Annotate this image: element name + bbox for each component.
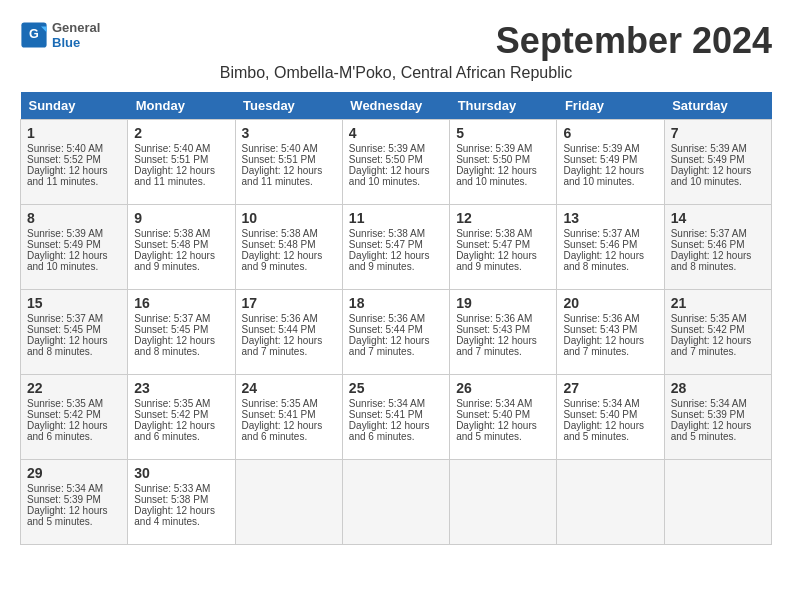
daylight-label: Daylight: 12 hours and 6 minutes. xyxy=(27,420,108,442)
day-number: 23 xyxy=(134,380,228,396)
table-row: 18 Sunrise: 5:36 AM Sunset: 5:44 PM Dayl… xyxy=(342,290,449,375)
day-number: 11 xyxy=(349,210,443,226)
day-number: 4 xyxy=(349,125,443,141)
table-row: 9 Sunrise: 5:38 AM Sunset: 5:48 PM Dayli… xyxy=(128,205,235,290)
logo-blue: Blue xyxy=(52,35,80,50)
sunrise-label: Sunrise: 5:40 AM xyxy=(27,143,103,154)
day-number: 26 xyxy=(456,380,550,396)
daylight-label: Daylight: 12 hours and 7 minutes. xyxy=(456,335,537,357)
day-number: 21 xyxy=(671,295,765,311)
table-row: 20 Sunrise: 5:36 AM Sunset: 5:43 PM Dayl… xyxy=(557,290,664,375)
day-number: 25 xyxy=(349,380,443,396)
day-number: 7 xyxy=(671,125,765,141)
sunrise-label: Sunrise: 5:37 AM xyxy=(671,228,747,239)
sunrise-label: Sunrise: 5:33 AM xyxy=(134,483,210,494)
sunrise-label: Sunrise: 5:36 AM xyxy=(349,313,425,324)
sunrise-label: Sunrise: 5:39 AM xyxy=(456,143,532,154)
sunrise-label: Sunrise: 5:39 AM xyxy=(563,143,639,154)
sunrise-label: Sunrise: 5:38 AM xyxy=(456,228,532,239)
sunset-label: Sunset: 5:40 PM xyxy=(456,409,530,420)
daylight-label: Daylight: 12 hours and 11 minutes. xyxy=(134,165,215,187)
table-row: 29 Sunrise: 5:34 AM Sunset: 5:39 PM Dayl… xyxy=(21,460,128,545)
daylight-label: Daylight: 12 hours and 11 minutes. xyxy=(27,165,108,187)
day-number: 29 xyxy=(27,465,121,481)
calendar-week-row: 15 Sunrise: 5:37 AM Sunset: 5:45 PM Dayl… xyxy=(21,290,772,375)
sunset-label: Sunset: 5:44 PM xyxy=(349,324,423,335)
table-row xyxy=(342,460,449,545)
daylight-label: Daylight: 12 hours and 10 minutes. xyxy=(456,165,537,187)
table-row: 4 Sunrise: 5:39 AM Sunset: 5:50 PM Dayli… xyxy=(342,120,449,205)
table-row: 10 Sunrise: 5:38 AM Sunset: 5:48 PM Dayl… xyxy=(235,205,342,290)
day-number: 3 xyxy=(242,125,336,141)
day-number: 5 xyxy=(456,125,550,141)
sunset-label: Sunset: 5:52 PM xyxy=(27,154,101,165)
daylight-label: Daylight: 12 hours and 8 minutes. xyxy=(134,335,215,357)
daylight-label: Daylight: 12 hours and 5 minutes. xyxy=(27,505,108,527)
day-number: 1 xyxy=(27,125,121,141)
subtitle: Bimbo, Ombella-M'Poko, Central African R… xyxy=(20,64,772,82)
sunrise-label: Sunrise: 5:34 AM xyxy=(349,398,425,409)
sunset-label: Sunset: 5:49 PM xyxy=(563,154,637,165)
col-tuesday: Tuesday xyxy=(235,92,342,120)
table-row: 15 Sunrise: 5:37 AM Sunset: 5:45 PM Dayl… xyxy=(21,290,128,375)
title-section: September 2024 xyxy=(496,20,772,62)
daylight-label: Daylight: 12 hours and 10 minutes. xyxy=(349,165,430,187)
day-number: 20 xyxy=(563,295,657,311)
day-number: 22 xyxy=(27,380,121,396)
sunrise-label: Sunrise: 5:36 AM xyxy=(563,313,639,324)
sunrise-label: Sunrise: 5:37 AM xyxy=(27,313,103,324)
day-number: 15 xyxy=(27,295,121,311)
daylight-label: Daylight: 12 hours and 7 minutes. xyxy=(349,335,430,357)
table-row: 21 Sunrise: 5:35 AM Sunset: 5:42 PM Dayl… xyxy=(664,290,771,375)
sunset-label: Sunset: 5:42 PM xyxy=(134,409,208,420)
table-row: 8 Sunrise: 5:39 AM Sunset: 5:49 PM Dayli… xyxy=(21,205,128,290)
day-number: 30 xyxy=(134,465,228,481)
calendar-table: Sunday Monday Tuesday Wednesday Thursday… xyxy=(20,92,772,545)
table-row: 24 Sunrise: 5:35 AM Sunset: 5:41 PM Dayl… xyxy=(235,375,342,460)
col-monday: Monday xyxy=(128,92,235,120)
sunrise-label: Sunrise: 5:37 AM xyxy=(134,313,210,324)
sunset-label: Sunset: 5:40 PM xyxy=(563,409,637,420)
daylight-label: Daylight: 12 hours and 5 minutes. xyxy=(456,420,537,442)
sunset-label: Sunset: 5:49 PM xyxy=(27,239,101,250)
table-row: 13 Sunrise: 5:37 AM Sunset: 5:46 PM Dayl… xyxy=(557,205,664,290)
sunrise-label: Sunrise: 5:36 AM xyxy=(456,313,532,324)
sunset-label: Sunset: 5:47 PM xyxy=(349,239,423,250)
sunset-label: Sunset: 5:45 PM xyxy=(27,324,101,335)
sunset-label: Sunset: 5:42 PM xyxy=(27,409,101,420)
daylight-label: Daylight: 12 hours and 10 minutes. xyxy=(563,165,644,187)
daylight-label: Daylight: 12 hours and 4 minutes. xyxy=(134,505,215,527)
daylight-label: Daylight: 12 hours and 10 minutes. xyxy=(671,165,752,187)
sunset-label: Sunset: 5:46 PM xyxy=(563,239,637,250)
daylight-label: Daylight: 12 hours and 7 minutes. xyxy=(242,335,323,357)
col-saturday: Saturday xyxy=(664,92,771,120)
table-row: 3 Sunrise: 5:40 AM Sunset: 5:51 PM Dayli… xyxy=(235,120,342,205)
sunrise-label: Sunrise: 5:36 AM xyxy=(242,313,318,324)
daylight-label: Daylight: 12 hours and 8 minutes. xyxy=(27,335,108,357)
logo-general: General xyxy=(52,20,100,35)
calendar-week-row: 29 Sunrise: 5:34 AM Sunset: 5:39 PM Dayl… xyxy=(21,460,772,545)
daylight-label: Daylight: 12 hours and 11 minutes. xyxy=(242,165,323,187)
col-wednesday: Wednesday xyxy=(342,92,449,120)
day-number: 24 xyxy=(242,380,336,396)
svg-text:G: G xyxy=(29,27,39,41)
table-row: 12 Sunrise: 5:38 AM Sunset: 5:47 PM Dayl… xyxy=(450,205,557,290)
sunset-label: Sunset: 5:39 PM xyxy=(27,494,101,505)
day-number: 17 xyxy=(242,295,336,311)
day-number: 19 xyxy=(456,295,550,311)
sunset-label: Sunset: 5:49 PM xyxy=(671,154,745,165)
daylight-label: Daylight: 12 hours and 9 minutes. xyxy=(349,250,430,272)
table-row: 23 Sunrise: 5:35 AM Sunset: 5:42 PM Dayl… xyxy=(128,375,235,460)
day-number: 14 xyxy=(671,210,765,226)
col-sunday: Sunday xyxy=(21,92,128,120)
daylight-label: Daylight: 12 hours and 10 minutes. xyxy=(27,250,108,272)
daylight-label: Daylight: 12 hours and 5 minutes. xyxy=(563,420,644,442)
sunset-label: Sunset: 5:41 PM xyxy=(349,409,423,420)
sunset-label: Sunset: 5:48 PM xyxy=(134,239,208,250)
daylight-label: Daylight: 12 hours and 9 minutes. xyxy=(242,250,323,272)
sunrise-label: Sunrise: 5:38 AM xyxy=(134,228,210,239)
sunset-label: Sunset: 5:50 PM xyxy=(349,154,423,165)
daylight-label: Daylight: 12 hours and 7 minutes. xyxy=(563,335,644,357)
table-row: 28 Sunrise: 5:34 AM Sunset: 5:39 PM Dayl… xyxy=(664,375,771,460)
table-row: 16 Sunrise: 5:37 AM Sunset: 5:45 PM Dayl… xyxy=(128,290,235,375)
